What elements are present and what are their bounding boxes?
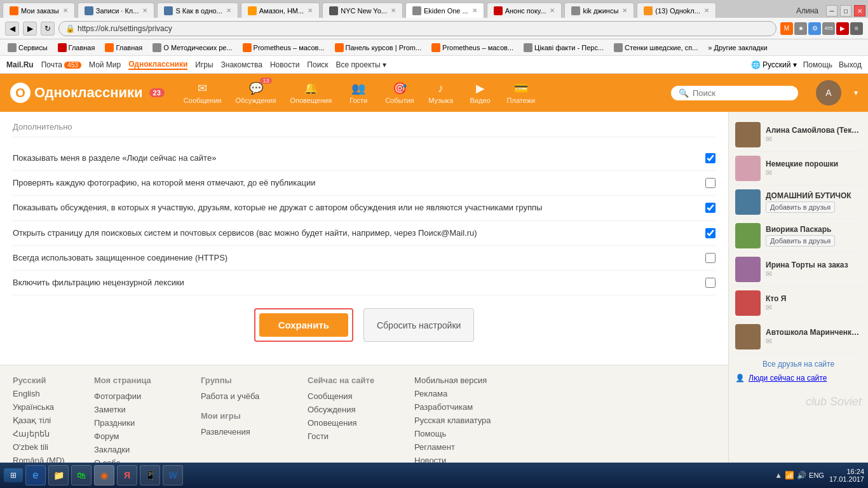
bookmark-method[interactable]: О Методических ре... <box>149 42 236 53</box>
footer-notes[interactable]: Заметки <box>94 405 196 414</box>
footer-developers[interactable]: Разработчикам <box>414 402 516 412</box>
back-button[interactable]: ◀ <box>5 22 19 36</box>
footer-keyboard[interactable]: Русская клавиатура <box>414 416 516 425</box>
bookmark-other[interactable]: » Другие закладки <box>704 43 771 53</box>
ok-nav-video[interactable]: ▶ Видео <box>461 79 499 107</box>
ok-nav-messages[interactable]: ✉ Сообщения <box>177 79 228 107</box>
footer-lang-english[interactable]: English <box>13 389 89 398</box>
footer-holidays[interactable]: Праздники <box>94 418 196 428</box>
ok-nav-music[interactable]: ♪ Музыка <box>422 79 460 107</box>
footer-work-study[interactable]: Работа и учёба <box>201 391 302 401</box>
browser-tab[interactable]: Анонс поку...✕ <box>487 3 562 18</box>
online-section[interactable]: 👤 Люди сейчас на сайте <box>735 374 862 383</box>
footer-discussions[interactable]: Обсуждения <box>308 405 409 414</box>
pochta-link[interactable]: Почта 453 <box>41 60 81 69</box>
bookmark-prom2[interactable]: Prometheus – масов... <box>428 42 517 53</box>
browser-tab[interactable]: (13) Одноkл...✕ <box>637 3 716 18</box>
address-display[interactable]: https://ok.ru/settings/privacy <box>78 24 172 33</box>
footer-help[interactable]: Помощь <box>414 429 516 438</box>
odnoklassniki-link[interactable]: Одноклассники <box>128 60 187 70</box>
footer-news[interactable]: Новости <box>414 456 516 463</box>
bookmark-prom1[interactable]: Prometheus – масов... <box>239 42 329 53</box>
browser-tab[interactable]: Ekiden One ...✕ <box>405 3 484 18</box>
ok-nav-notifications[interactable]: 🔔 Оповещения <box>283 79 338 107</box>
avatar-dropdown-btn[interactable]: ▾ <box>854 88 858 97</box>
add-friend-button[interactable]: Добавить в друзья <box>766 201 835 213</box>
footer-entertainment[interactable]: Развлечения <box>201 427 302 437</box>
sidebar-friend-item[interactable]: ДОМАШНИЙ БУТИЧОК Добавить в друзья <box>735 186 862 219</box>
browser-tab[interactable]: kik джинсы✕ <box>564 3 634 18</box>
help-link[interactable]: Помощь <box>803 60 832 69</box>
sidebar-friend-item[interactable]: Немецкие порошки ✉ <box>735 152 862 186</box>
bookmark-panel[interactable]: Панель курсов | Prom... <box>331 42 426 53</box>
ok-nav-payments[interactable]: 💳 Платежи <box>501 79 542 107</box>
lang-selector[interactable]: 🌐 Русский ▾ <box>751 60 797 69</box>
bookmark-fakty[interactable]: Цікаві факти - Перс... <box>520 42 607 53</box>
igry-link[interactable]: Игры <box>195 60 213 69</box>
taskbar-yandex[interactable]: Я <box>117 465 137 485</box>
sidebar-friend-item[interactable]: Автошкола Маринченко ... ✉ <box>735 320 862 354</box>
footer-lang-ukrainian[interactable]: Українська <box>13 402 89 412</box>
minimize-btn[interactable]: ─ <box>826 5 837 17</box>
show-online-checkbox[interactable] <box>705 153 715 163</box>
bookmark-servisy[interactable]: Сервисы <box>4 42 51 53</box>
footer-lang-uzbek[interactable]: O'zbek tili <box>13 442 89 452</box>
ok-nav-guests[interactable]: 👥 Гости <box>339 79 377 107</box>
photo-check-checkbox[interactable] <box>705 178 715 188</box>
footer-lang-kazakh[interactable]: Қазақ тілі <box>13 416 89 425</box>
footer-messages[interactable]: Сообщения <box>308 391 409 401</box>
maximize-btn[interactable]: □ <box>840 5 851 17</box>
taskbar-ie[interactable]: e <box>25 465 46 485</box>
taskbar-viber[interactable]: 📱 <box>140 465 160 485</box>
browser-tab[interactable]: Амазон, НМ...✕ <box>241 3 320 18</box>
user-avatar[interactable]: А <box>816 80 841 105</box>
close-btn[interactable]: ✕ <box>854 5 865 17</box>
taskbar-explorer[interactable]: 📁 <box>48 465 69 485</box>
vse-proekty-link[interactable]: Все проекты ▾ <box>336 60 386 69</box>
browser-tab[interactable]: Записи · Кл...✕ <box>78 3 155 18</box>
moi-mir-link[interactable]: Мой Мир <box>89 60 121 69</box>
search-input[interactable] <box>693 88 782 98</box>
discussions-checkbox[interactable] <box>705 203 715 213</box>
footer-about[interactable]: О себе <box>94 458 196 463</box>
footer-lang-romanian[interactable]: Română (MD) <box>13 456 89 463</box>
filter-checkbox[interactable] <box>705 278 715 288</box>
footer-forum[interactable]: Форум <box>94 431 196 441</box>
sidebar-friend-item[interactable]: Алина Самойлова (Текс... ✉ <box>735 118 862 152</box>
taskbar-chrome[interactable]: ◉ <box>94 465 114 485</box>
sidebar-friend-item[interactable]: Виорика Паскарь Добавить в друзья <box>735 219 862 253</box>
browser-tab[interactable]: Мои заказы✕ <box>3 3 75 18</box>
browser-tab[interactable]: S Как в одно...✕ <box>157 3 238 18</box>
footer-mobile[interactable]: Мобильная версия <box>414 376 516 385</box>
taskbar-word[interactable]: W <box>163 465 183 485</box>
start-button[interactable]: ⊞ <box>4 468 23 482</box>
mailru-link[interactable]: Mail.Ru <box>6 60 34 69</box>
footer-photos[interactable]: Фотографии <box>94 391 196 401</box>
bookmark-stenki[interactable]: Стенки шведские, сп... <box>610 42 702 53</box>
reset-settings-button[interactable]: Сбросить настройки <box>363 308 474 342</box>
online-link[interactable]: Люди сейчас на сайте <box>749 374 827 383</box>
open-search-checkbox[interactable] <box>705 228 715 238</box>
ok-nav-events[interactable]: 🎯 События <box>379 79 420 107</box>
poisk-link[interactable]: Поиск <box>307 60 328 69</box>
save-button[interactable]: Сохранить <box>259 313 348 337</box>
ok-search-bar[interactable]: 🔍 <box>671 86 798 100</box>
footer-bookmarks[interactable]: Закладки <box>94 445 196 454</box>
logout-link[interactable]: Выход <box>839 60 862 69</box>
bookmark-glavnaya2[interactable]: Главная <box>101 42 146 53</box>
sidebar-friend-item[interactable]: Ирина Торты на заказ ✉ <box>735 253 862 287</box>
footer-notifications[interactable]: Оповещения <box>308 418 409 428</box>
novosti-link[interactable]: Новости <box>270 60 299 69</box>
refresh-button[interactable]: ↻ <box>41 22 55 36</box>
footer-guests[interactable]: Гости <box>308 431 409 441</box>
sidebar-friend-item[interactable]: Кто Я ✉ <box>735 287 862 320</box>
ok-nav-discussions[interactable]: 💬 13 Обсуждения <box>229 79 283 107</box>
all-friends-link[interactable]: Все друзья на сайте <box>763 360 834 369</box>
footer-lang-armenian[interactable]: Հայերեն <box>13 429 89 438</box>
bookmark-glavnaya1[interactable]: Главная <box>54 42 99 53</box>
forward-button[interactable]: ▶ <box>23 22 37 36</box>
taskbar-store[interactable]: 🛍 <box>71 465 92 485</box>
add-friend-button[interactable]: Добавить в друзья <box>766 235 835 247</box>
znakomstva-link[interactable]: Знакомства <box>221 60 262 69</box>
browser-tab[interactable]: NYC New Yo...✕ <box>322 3 403 18</box>
